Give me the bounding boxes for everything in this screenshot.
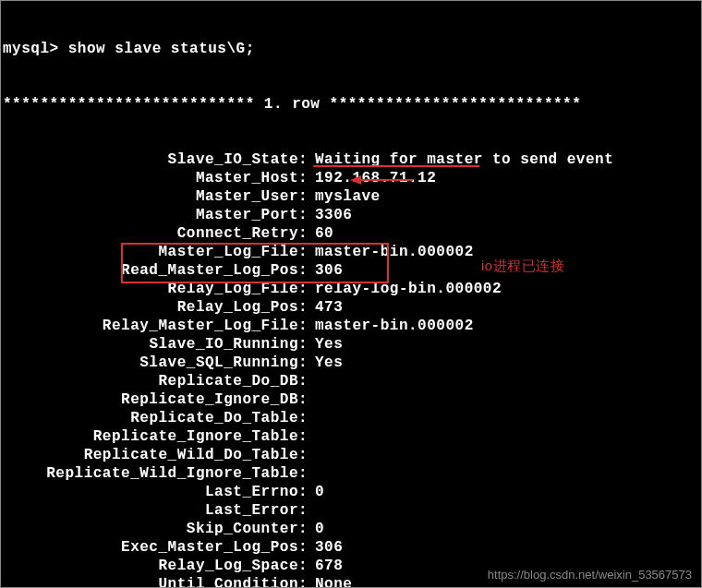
row-label: Replicate_Ignore_Table — [3, 427, 298, 446]
row-header: *************************** 1. row *****… — [3, 95, 699, 114]
row-label: Connect_Retry — [3, 224, 298, 243]
arrow-annotation — [350, 173, 415, 187]
row-value: 306 — [315, 538, 699, 557]
colon: : — [298, 538, 315, 557]
underline-annotation — [313, 165, 479, 167]
terminal-output: mysql> show slave status\G; ************… — [3, 3, 699, 588]
colon: : — [298, 372, 315, 390]
row-label: Until_Condition — [3, 575, 298, 588]
colon: : — [298, 187, 315, 206]
colon: : — [298, 224, 315, 243]
colon: : — [298, 354, 315, 372]
colon: : — [298, 520, 315, 538]
status-row: Relay_Master_Log_File: master-bin.000002 — [3, 317, 699, 335]
status-row: Replicate_Wild_Ignore_Table: — [3, 464, 699, 483]
watermark: https://blog.csdn.net/weixin_53567573 — [488, 568, 692, 582]
colon: : — [298, 298, 315, 317]
row-label: Replicate_Wild_Do_Table — [3, 446, 298, 464]
row-value — [315, 409, 699, 427]
status-row: Master_User: myslave — [3, 187, 699, 206]
prompt-line: mysql> show slave status\G; — [3, 40, 699, 58]
colon: : — [298, 501, 315, 520]
status-row: Slave_SQL_Running: Yes — [3, 354, 699, 372]
row-label: Relay_Log_Space — [3, 557, 298, 575]
status-row: Relay_Log_Pos: 473 — [3, 298, 699, 317]
status-rows: Slave_IO_State: Waiting for master to se… — [3, 150, 699, 588]
colon: : — [298, 317, 315, 335]
svg-marker-1 — [350, 175, 361, 185]
status-row: Replicate_Do_Table: — [3, 409, 699, 427]
row-value — [315, 427, 699, 446]
row-value: 3306 — [315, 206, 699, 224]
status-row: Master_Port: 3306 — [3, 206, 699, 224]
status-row: Replicate_Ignore_Table: — [3, 427, 699, 446]
row-value — [315, 446, 699, 464]
status-row: Last_Error: — [3, 501, 699, 520]
row-label: Replicate_Ignore_DB — [3, 390, 298, 409]
status-row: Replicate_Ignore_DB: — [3, 390, 699, 409]
row-label: Exec_Master_Log_Pos — [3, 538, 298, 557]
status-row: Last_Errno: 0 — [3, 483, 699, 501]
colon: : — [298, 390, 315, 409]
status-row: Replicate_Wild_Do_Table: — [3, 446, 699, 464]
status-row: Connect_Retry: 60 — [3, 224, 699, 243]
status-row: Skip_Counter: 0 — [3, 520, 699, 538]
row-label: Last_Errno — [3, 483, 298, 501]
status-row: Replicate_Do_DB: — [3, 372, 699, 390]
row-label: Replicate_Wild_Ignore_Table — [3, 464, 298, 483]
row-value: Yes — [315, 354, 699, 372]
row-label: Master_User — [3, 187, 298, 206]
row-label: Replicate_Do_Table — [3, 409, 298, 427]
row-label: Slave_IO_State — [3, 150, 298, 169]
status-row: Exec_Master_Log_Pos: 306 — [3, 538, 699, 557]
row-label: Relay_Log_Pos — [3, 298, 298, 317]
row-label: Slave_SQL_Running — [3, 354, 298, 372]
row-label: Relay_Master_Log_File — [3, 317, 298, 335]
row-value — [315, 464, 699, 483]
annotation-text: io进程已连接 — [481, 258, 564, 275]
colon: : — [298, 409, 315, 427]
colon: : — [298, 206, 315, 224]
row-value: 0 — [315, 483, 699, 501]
row-label: Last_Error — [3, 501, 298, 520]
colon: : — [298, 464, 315, 483]
row-label: Slave_IO_Running — [3, 335, 298, 354]
row-label: Master_Port — [3, 206, 298, 224]
row-value: Yes — [315, 335, 699, 354]
row-value — [315, 390, 699, 409]
row-label: Skip_Counter — [3, 520, 298, 538]
colon: : — [298, 446, 315, 464]
colon: : — [298, 483, 315, 501]
row-value: master-bin.000002 — [315, 317, 699, 335]
row-value — [315, 501, 699, 520]
row-label: Replicate_Do_DB — [3, 372, 298, 390]
colon: : — [298, 427, 315, 446]
row-value: 473 — [315, 298, 699, 317]
row-value: 60 — [315, 224, 699, 243]
status-row: Slave_IO_Running: Yes — [3, 335, 699, 354]
row-value — [315, 372, 699, 390]
row-label: Master_Host — [3, 169, 298, 187]
row-value: myslave — [315, 187, 699, 206]
highlight-box — [121, 243, 389, 283]
colon: : — [298, 335, 315, 354]
colon: : — [298, 557, 315, 575]
row-value: 0 — [315, 520, 699, 538]
colon: : — [298, 169, 315, 187]
colon: : — [298, 575, 315, 588]
